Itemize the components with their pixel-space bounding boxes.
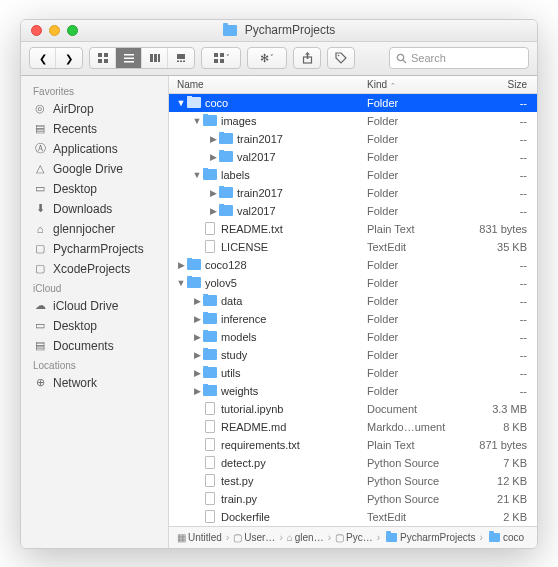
svg-rect-12 bbox=[180, 61, 182, 63]
sidebar-item[interactable]: ▢XcodeProjects bbox=[21, 259, 168, 279]
table-row[interactable]: ▶coco128Folder-- bbox=[169, 256, 537, 274]
file-size: -- bbox=[467, 367, 537, 379]
table-row[interactable]: ▶studyFolder-- bbox=[169, 346, 537, 364]
sidebar-item[interactable]: ⌂glennjocher bbox=[21, 219, 168, 239]
breadcrumb-item[interactable]: ▦Untitled bbox=[177, 532, 222, 543]
svg-rect-1 bbox=[104, 53, 108, 57]
search-input[interactable]: Search bbox=[389, 47, 529, 69]
folder-icon bbox=[187, 96, 201, 110]
disclosure-triangle-icon[interactable]: ▶ bbox=[207, 133, 219, 145]
share-button[interactable] bbox=[293, 47, 321, 69]
breadcrumb-item[interactable]: ▢User… bbox=[233, 532, 275, 543]
table-row[interactable]: ▶weightsFolder-- bbox=[169, 382, 537, 400]
file-size: 2 KB bbox=[467, 511, 537, 523]
disclosure-triangle-icon[interactable]: ▶ bbox=[175, 259, 187, 271]
breadcrumb-item[interactable]: PycharmProjects bbox=[384, 532, 476, 543]
file-name: requirements.txt bbox=[221, 439, 300, 451]
disclosure-triangle-icon[interactable]: ▶ bbox=[191, 295, 203, 307]
col-size[interactable]: Size bbox=[467, 79, 537, 90]
disclosure-triangle-icon[interactable]: ▶ bbox=[191, 313, 203, 325]
file-kind: Document bbox=[367, 403, 467, 415]
sidebar-item[interactable]: ⊕Network bbox=[21, 373, 168, 393]
file-name: data bbox=[221, 295, 242, 307]
svg-rect-9 bbox=[158, 54, 160, 62]
col-name[interactable]: Name bbox=[169, 79, 367, 90]
table-row[interactable]: README.mdMarkdo…ument8 KB bbox=[169, 418, 537, 436]
disclosure-triangle-icon[interactable]: ▶ bbox=[191, 331, 203, 343]
svg-rect-7 bbox=[150, 54, 153, 62]
forward-button[interactable]: ❯ bbox=[56, 48, 82, 68]
column-view-button[interactable] bbox=[142, 48, 168, 68]
titlebar: PycharmProjects bbox=[21, 20, 537, 42]
file-name: test.py bbox=[221, 475, 253, 487]
tags-button[interactable] bbox=[327, 47, 355, 69]
file-kind: Folder bbox=[367, 187, 467, 199]
back-button[interactable]: ❮ bbox=[30, 48, 56, 68]
file-name: inference bbox=[221, 313, 266, 325]
icloud-icon: ☁ bbox=[33, 299, 47, 313]
table-row[interactable]: test.pyPython Source12 KB bbox=[169, 472, 537, 490]
sidebar-item[interactable]: ▤Documents bbox=[21, 336, 168, 356]
disclosure-triangle-icon[interactable]: ▶ bbox=[191, 349, 203, 361]
table-row[interactable]: ▶inferenceFolder-- bbox=[169, 310, 537, 328]
table-row[interactable]: ▶modelsFolder-- bbox=[169, 328, 537, 346]
file-kind: Folder bbox=[367, 349, 467, 361]
table-row[interactable]: ▶dataFolder-- bbox=[169, 292, 537, 310]
breadcrumb-item[interactable]: ▢Pyc… bbox=[335, 532, 373, 543]
sidebar-item[interactable]: ⬇Downloads bbox=[21, 199, 168, 219]
sidebar-item[interactable]: ▤Recents bbox=[21, 119, 168, 139]
breadcrumb-item[interactable]: ⌂glen… bbox=[287, 532, 324, 543]
table-row[interactable]: ▶utilsFolder-- bbox=[169, 364, 537, 382]
table-row[interactable]: detect.pyPython Source7 KB bbox=[169, 454, 537, 472]
file-size: -- bbox=[467, 133, 537, 145]
icon-view-button[interactable] bbox=[90, 48, 116, 68]
action-button[interactable]: ✻˅ bbox=[247, 47, 287, 69]
group-button[interactable]: ˅ bbox=[201, 47, 241, 69]
table-row[interactable]: ▶val2017Folder-- bbox=[169, 148, 537, 166]
table-row[interactable]: tutorial.ipynbDocument3.3 MB bbox=[169, 400, 537, 418]
table-row[interactable]: LICENSETextEdit35 KB bbox=[169, 238, 537, 256]
file-size: -- bbox=[467, 97, 537, 109]
sidebar-item[interactable]: ▭Desktop bbox=[21, 316, 168, 336]
table-row[interactable]: ▼cocoFolder-- bbox=[169, 94, 537, 112]
disclosure-triangle-icon[interactable]: ▼ bbox=[191, 115, 203, 127]
disclosure-triangle-icon[interactable]: ▼ bbox=[191, 169, 203, 181]
disclosure-triangle-icon[interactable]: ▶ bbox=[207, 205, 219, 217]
list-view-button[interactable] bbox=[116, 48, 142, 68]
table-row[interactable]: ▶train2017Folder-- bbox=[169, 130, 537, 148]
folder-icon bbox=[187, 258, 201, 272]
table-row[interactable]: requirements.txtPlain Text871 bytes bbox=[169, 436, 537, 454]
table-row[interactable]: ▼yolov5Folder-- bbox=[169, 274, 537, 292]
table-row[interactable]: train.pyPython Source21 KB bbox=[169, 490, 537, 508]
table-row[interactable]: ▶train2017Folder-- bbox=[169, 184, 537, 202]
disclosure-triangle-icon[interactable]: ▶ bbox=[207, 151, 219, 163]
col-kind[interactable]: Kind⌃ bbox=[367, 79, 467, 90]
sidebar-item[interactable]: △Google Drive bbox=[21, 159, 168, 179]
home-icon: ⌂ bbox=[33, 222, 47, 236]
folder-icon bbox=[223, 23, 237, 37]
disclosure-triangle-icon[interactable]: ▼ bbox=[175, 97, 187, 109]
table-row[interactable]: README.txtPlain Text831 bytes bbox=[169, 220, 537, 238]
folder-icon bbox=[203, 330, 217, 344]
disclosure-triangle-icon[interactable]: ▶ bbox=[191, 367, 203, 379]
table-row[interactable]: DockerfileTextEdit2 KB bbox=[169, 508, 537, 526]
sidebar-item[interactable]: ☁iCloud Drive bbox=[21, 296, 168, 316]
sidebar-item[interactable]: ◎AirDrop bbox=[21, 99, 168, 119]
sidebar-item[interactable]: ▭Desktop bbox=[21, 179, 168, 199]
disclosure-triangle-icon[interactable]: ▶ bbox=[191, 385, 203, 397]
breadcrumb-item[interactable]: coco bbox=[487, 532, 524, 543]
sidebar-item[interactable]: ▢PycharmProjects bbox=[21, 239, 168, 259]
disclosure-triangle-icon[interactable]: ▶ bbox=[207, 187, 219, 199]
gallery-view-button[interactable] bbox=[168, 48, 194, 68]
file-name: train.py bbox=[221, 493, 257, 505]
sidebar-item-label: Documents bbox=[53, 339, 114, 353]
table-row[interactable]: ▼labelsFolder-- bbox=[169, 166, 537, 184]
disclosure-triangle-icon[interactable]: ▼ bbox=[175, 277, 187, 289]
disclosure-triangle-icon bbox=[191, 439, 203, 451]
sidebar-item-label: Desktop bbox=[53, 319, 97, 333]
table-row[interactable]: ▶val2017Folder-- bbox=[169, 202, 537, 220]
view-switcher bbox=[89, 47, 195, 69]
table-row[interactable]: ▼imagesFolder-- bbox=[169, 112, 537, 130]
disclosure-triangle-icon bbox=[191, 403, 203, 415]
sidebar-item[interactable]: ⒶApplications bbox=[21, 139, 168, 159]
